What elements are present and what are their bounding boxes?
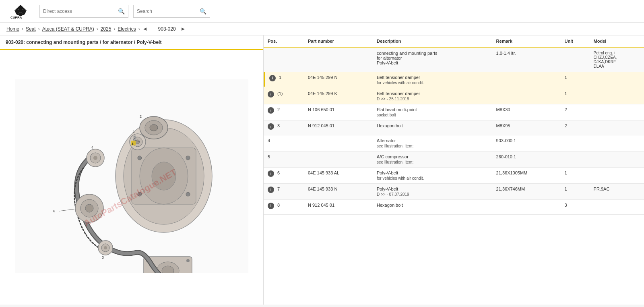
info-description-cell: connecting and mounting parts for altern…: [373, 47, 492, 72]
pos-cell: 5: [264, 151, 304, 168]
breadcrumb-prev-arrow[interactable]: ◄: [142, 26, 148, 32]
parts-table: Pos. Part number Description Remark Unit…: [264, 35, 644, 215]
position-number: 6: [277, 170, 280, 175]
search-icon[interactable]: 🔍: [118, 8, 125, 15]
remark-cell: 21,36X1005MM: [492, 168, 561, 184]
description-cell: Poly-V-beltfor vehicles with air condit.: [373, 168, 492, 184]
table-row: i3N 912 045 01Hexagon boltM8X952: [264, 120, 644, 135]
breadcrumb-next-arrow[interactable]: ►: [181, 26, 186, 32]
svg-text:1: 1: [132, 142, 134, 145]
breadcrumb-seat[interactable]: Seat: [26, 26, 36, 32]
remark-cell: [492, 88, 561, 104]
part-number-cell: [304, 151, 373, 168]
info-part-number-cell: [304, 47, 373, 72]
table-row: i2N 106 650 01Flat head multi-pointsocke…: [264, 104, 644, 120]
remark-cell: 21,36X746MM: [492, 184, 561, 200]
pos-cell: i8: [264, 200, 304, 215]
svg-text:2: 2: [134, 136, 136, 140]
model-cell: PR.9AC: [590, 184, 644, 200]
table-row: i704E 145 933 NPoly-V-beltD >> - 07.07.2…: [264, 184, 644, 200]
breadcrumb-sep-3: ›: [97, 26, 98, 32]
table-row: i604E 145 933 ALPoly-V-beltfor vehicles …: [264, 168, 644, 184]
breadcrumb-sep-2: ›: [38, 26, 40, 32]
pos-cell: i6: [264, 168, 304, 184]
unit-cell: [561, 151, 590, 168]
svg-text:3: 3: [102, 255, 104, 259]
position-number: 3: [277, 123, 280, 128]
model-cell: [590, 72, 644, 88]
model-cell: [590, 200, 644, 215]
keyword-search-input[interactable]: [137, 8, 197, 14]
breadcrumb-category[interactable]: Electrics: [118, 26, 136, 32]
description-cell: Poly-V-beltD >> - 07.07.2019: [373, 184, 492, 200]
breadcrumb-sep-1: ›: [22, 26, 23, 32]
table-row: i(1)04E 145 299 KBelt tensioner damperD …: [264, 88, 644, 104]
breadcrumb-home[interactable]: Home: [6, 26, 19, 32]
unit-cell: 1: [561, 168, 590, 184]
pos-cell: 4: [264, 135, 304, 151]
part-number-cell: N 912 045 01: [304, 120, 373, 135]
brand-logo: CUPRA: [6, 3, 35, 19]
table-row: 5A/C compressorsee illustration, item:26…: [264, 151, 644, 168]
breadcrumb-year[interactable]: 2025: [101, 26, 111, 32]
breadcrumb: Home › Seat › Ateca (SEAT & CUPRA) › 202…: [0, 23, 644, 35]
model-cell: [590, 88, 644, 104]
position-number: 7: [277, 187, 280, 191]
breadcrumb-model[interactable]: Ateca (SEAT & CUPRA): [42, 26, 94, 32]
info-button[interactable]: i: [269, 75, 276, 81]
description-cell: A/C compressorsee illustration, item:: [373, 151, 492, 168]
pos-cell: i(1): [264, 88, 304, 104]
unit-cell: 2: [561, 104, 590, 120]
info-button[interactable]: i: [268, 170, 274, 177]
breadcrumb-sep-4: ›: [114, 26, 115, 32]
position-number: 5: [268, 154, 270, 159]
remark-cell: [492, 200, 561, 215]
description-cell: Belt tensioner damperD >> - 25.11.2019: [373, 88, 492, 104]
description-sub: D >> - 07.07.2019: [377, 192, 488, 197]
part-number-cell: N 106 650 01: [304, 104, 373, 120]
unit-cell: 1: [561, 72, 590, 88]
unit-cell: 3: [561, 200, 590, 215]
description-sub: see illustration, item:: [377, 144, 488, 148]
table-row: i8N 912 045 01Hexagon bolt3: [264, 200, 644, 215]
position-number: 8: [277, 203, 280, 207]
info-button[interactable]: i: [268, 107, 274, 114]
svg-point-21: [136, 140, 140, 144]
direct-access-search[interactable]: 🔍: [39, 5, 128, 18]
part-number-cell: 04E 145 933 AL: [304, 168, 373, 184]
model-cell: [590, 151, 644, 168]
table-row: 4Alternatorsee illustration, item:903-00…: [264, 135, 644, 151]
info-remark-cell: 1.0-1.4 ltr.: [492, 47, 561, 72]
info-button[interactable]: i: [268, 123, 274, 130]
remark-cell: [492, 72, 561, 88]
info-button[interactable]: i: [268, 91, 274, 97]
keyword-search[interactable]: 🔍: [133, 5, 210, 18]
table-row: i104E 145 299 NBelt tensioner damperfor …: [264, 72, 644, 88]
description-cell: Flat head multi-pointsocket bolt: [373, 104, 492, 120]
unit-cell: 1: [561, 88, 590, 104]
diagram-panel-title: 903-020: connecting and mounting parts /…: [0, 35, 263, 50]
parts-header-info-row: connecting and mounting parts for altern…: [264, 47, 644, 72]
app-header: CUPRA 🔍 🔍: [0, 0, 644, 23]
svg-text:6: 6: [53, 209, 55, 213]
parts-table-panel: Pos. Part number Description Remark Unit…: [264, 35, 644, 305]
keyword-search-icon[interactable]: 🔍: [200, 8, 206, 15]
direct-access-input[interactable]: [43, 8, 116, 14]
description-cell: Alternatorsee illustration, item:: [373, 135, 492, 151]
engine-diagram-svg: 2 1 8: [15, 79, 248, 273]
part-number-cell: 04E 145 933 N: [304, 184, 373, 200]
main-content: 903-020: connecting and mounting parts /…: [0, 35, 644, 305]
description-cell: Hexagon bolt: [373, 120, 492, 135]
info-button[interactable]: i: [268, 203, 274, 209]
breadcrumb-sep-5: ›: [138, 26, 140, 32]
svg-point-11: [138, 156, 142, 160]
col-header-description: Description: [373, 35, 492, 47]
svg-text:1: 1: [133, 130, 135, 134]
pos-cell: i7: [264, 184, 304, 200]
unit-cell: 2: [561, 120, 590, 135]
model-cell: [590, 120, 644, 135]
info-button[interactable]: i: [268, 187, 274, 193]
svg-text:CUPRA: CUPRA: [10, 16, 22, 19]
col-header-model: Model: [590, 35, 644, 47]
description-sub: for vehicles with air condit.: [377, 81, 488, 85]
